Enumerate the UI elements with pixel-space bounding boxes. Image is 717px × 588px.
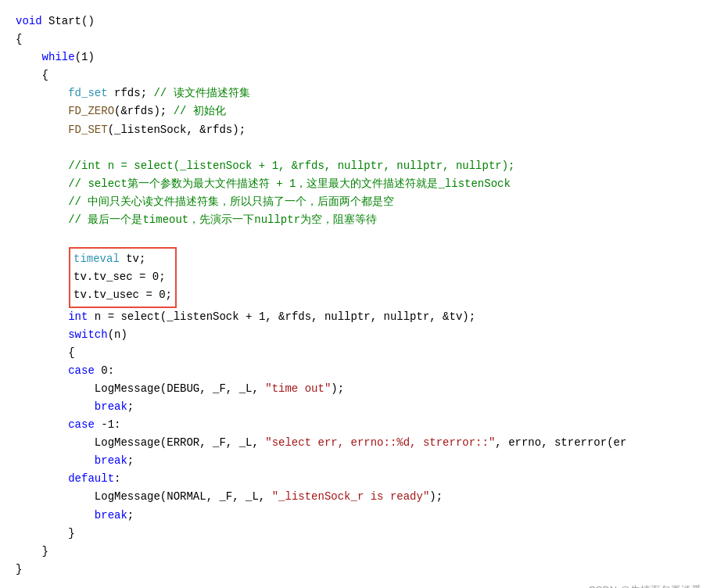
code-line: case -1:	[16, 416, 701, 434]
code-line: FD_SET(_listenSock, &rfds);	[16, 121, 701, 139]
highlight-region: timeval tv; tv.tv_sec = 0; tv.tv_usec = …	[69, 247, 177, 307]
code-line: tv.tv_usec = 0;	[73, 286, 172, 304]
code-line: void Start()	[16, 13, 701, 30]
code-line: break;	[16, 452, 701, 470]
code-line: tv.tv_sec = 0;	[73, 268, 172, 286]
code-line: {	[16, 66, 701, 84]
code-line: int n = select(_listenSock + 1, &rfds, n…	[16, 308, 701, 326]
code-line	[16, 139, 701, 157]
code-line: }	[16, 561, 701, 579]
code-line: {	[16, 344, 701, 362]
code-line: default:	[16, 470, 701, 488]
code-line: fd_set rfds; // 读文件描述符集	[16, 84, 701, 102]
code-line	[16, 229, 701, 247]
watermark: CSDN @先搞面包再谈爱	[588, 583, 701, 588]
code-line: }	[16, 543, 701, 561]
code-line: // 中间只关心读文件描述符集，所以只搞了一个，后面两个都是空	[16, 193, 701, 211]
code-line: }	[16, 525, 701, 543]
code-line: case 0:	[16, 362, 701, 380]
code-line: timeval tv;	[73, 250, 172, 268]
code-line: {	[16, 30, 701, 48]
code-line: FD_ZERO(&rfds); // 初始化	[16, 102, 701, 120]
code-line: switch(n)	[16, 326, 701, 344]
code-line: // select第一个参数为最大文件描述符 + 1，这里最大的文件描述符就是_…	[16, 175, 701, 193]
code-line: LogMessage(NORMAL, _F, _L, "_listenSock_…	[16, 488, 701, 506]
code-line: break;	[16, 398, 701, 416]
code-line: LogMessage(DEBUG, _F, _L, "time out");	[16, 380, 701, 398]
code-line: break;	[16, 507, 701, 525]
code-line: //int n = select(_listenSock + 1, &rfds,…	[16, 157, 701, 175]
code-line: LogMessage(ERROR, _F, _L, "select err, e…	[16, 434, 701, 452]
code-line: while(1)	[16, 48, 701, 66]
code-container: void Start() { while(1) { fd_set rfds; /…	[0, 0, 717, 588]
code-line: // 最后一个是timeout，先演示一下nullptr为空，阻塞等待	[16, 211, 701, 229]
